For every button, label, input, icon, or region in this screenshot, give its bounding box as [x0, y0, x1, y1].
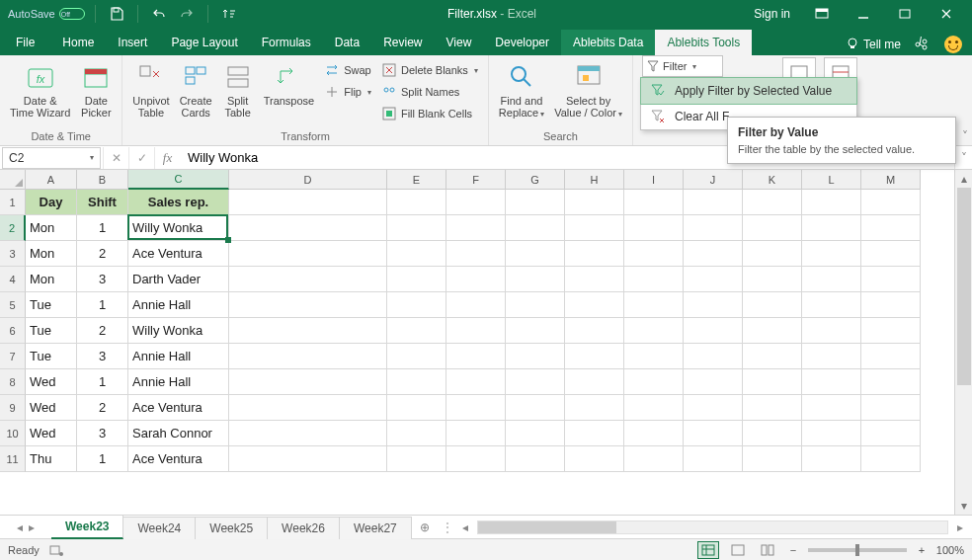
cell[interactable]: Ace Ventura [128, 395, 229, 421]
create-cards-button[interactable]: CreateCards [176, 59, 216, 120]
cell[interactable] [506, 267, 565, 292]
flip-button[interactable]: Flip▾ [320, 81, 375, 103]
cell[interactable] [802, 292, 861, 318]
cell[interactable]: 1 [77, 292, 128, 318]
cell[interactable] [387, 344, 446, 369]
cell[interactable] [446, 292, 506, 318]
cell[interactable] [387, 446, 446, 472]
cell[interactable]: Ace Ventura [128, 241, 229, 267]
cell[interactable]: Sales rep. [128, 190, 229, 215]
column-header[interactable]: J [684, 170, 743, 190]
cell[interactable]: Annie Hall [128, 369, 229, 395]
cell[interactable] [743, 369, 802, 395]
cell[interactable] [565, 318, 624, 344]
cell[interactable] [861, 215, 921, 241]
cell[interactable]: Willy Wonka [128, 215, 229, 241]
cell[interactable] [684, 421, 743, 446]
cell[interactable] [743, 215, 802, 241]
cell[interactable] [624, 318, 684, 344]
cell[interactable] [446, 395, 506, 421]
tab-formulas[interactable]: Formulas [250, 30, 323, 55]
save-icon[interactable] [106, 3, 127, 25]
cell[interactable]: 1 [77, 369, 128, 395]
cell[interactable] [624, 292, 684, 318]
cell[interactable] [229, 421, 387, 446]
zoom-slider[interactable] [808, 548, 907, 552]
cell[interactable]: Day [26, 190, 77, 215]
column-header[interactable]: M [861, 170, 921, 190]
cell[interactable] [802, 267, 861, 292]
row-header[interactable]: 8 [0, 369, 26, 395]
normal-view-icon[interactable] [697, 541, 719, 559]
cell[interactable] [565, 421, 624, 446]
cell[interactable] [446, 318, 506, 344]
date-time-wizard-button[interactable]: fx Date &Time Wizard [6, 59, 74, 120]
collapse-ribbon-icon[interactable]: ˅ [962, 129, 968, 143]
cell[interactable]: Wed [26, 369, 77, 395]
tab-view[interactable]: View [435, 30, 484, 55]
row-header[interactable]: 10 [0, 421, 26, 446]
cell[interactable] [743, 318, 802, 344]
cell[interactable] [506, 395, 565, 421]
sheet-tab[interactable]: Week26 [268, 517, 340, 539]
cell[interactable] [624, 190, 684, 215]
cell[interactable]: Tue [26, 344, 77, 369]
cell[interactable] [743, 267, 802, 292]
name-box[interactable]: C2▾ [2, 147, 101, 169]
column-header[interactable]: L [802, 170, 861, 190]
cell[interactable] [684, 395, 743, 421]
cell[interactable] [802, 421, 861, 446]
cell[interactable] [684, 215, 743, 241]
cell[interactable] [684, 241, 743, 267]
share-icon[interactable] [911, 34, 932, 55]
cell[interactable] [506, 344, 565, 369]
cell[interactable]: Annie Hall [128, 344, 229, 369]
tab-file[interactable]: File [0, 30, 50, 55]
undo-icon[interactable] [148, 3, 170, 25]
add-sheet-icon[interactable]: ⊕ [412, 520, 438, 534]
select-all-corner[interactable] [0, 170, 26, 190]
cell[interactable] [743, 395, 802, 421]
cell[interactable] [684, 267, 743, 292]
scroll-thumb[interactable] [478, 521, 616, 533]
cell[interactable] [446, 190, 506, 215]
column-header[interactable]: I [624, 170, 684, 190]
accept-formula-icon[interactable]: ✓ [128, 147, 154, 169]
cell[interactable] [565, 395, 624, 421]
row-header[interactable]: 9 [0, 395, 26, 421]
cell[interactable]: Willy Wonka [128, 318, 229, 344]
cell[interactable]: 2 [77, 395, 128, 421]
cell[interactable]: Sarah Connor [128, 421, 229, 446]
cell[interactable] [387, 395, 446, 421]
menu-apply-filter[interactable]: Apply Filter by Selected Value [640, 77, 857, 105]
cell[interactable] [506, 369, 565, 395]
cell[interactable]: Ace Ventura [128, 446, 229, 472]
scroll-left-icon[interactable]: ◂ [457, 520, 473, 535]
tab-page-layout[interactable]: Page Layout [159, 30, 249, 55]
cell[interactable] [387, 267, 446, 292]
cell[interactable] [506, 190, 565, 215]
cell[interactable] [802, 446, 861, 472]
cell[interactable] [506, 318, 565, 344]
tab-ablebits-tools[interactable]: Ablebits Tools [655, 30, 752, 55]
cell[interactable]: Tue [26, 318, 77, 344]
cell[interactable] [446, 369, 506, 395]
column-header[interactable]: G [506, 170, 565, 190]
cell[interactable] [506, 241, 565, 267]
cell[interactable]: Mon [26, 241, 77, 267]
row-header[interactable]: 5 [0, 292, 26, 318]
cell[interactable] [802, 369, 861, 395]
cell[interactable] [446, 241, 506, 267]
cell[interactable] [229, 446, 387, 472]
column-header[interactable]: A [26, 170, 77, 190]
column-header[interactable]: H [565, 170, 624, 190]
cell[interactable] [565, 446, 624, 472]
cell[interactable] [446, 215, 506, 241]
transpose-button[interactable]: Transpose [260, 59, 319, 109]
cell[interactable] [229, 241, 387, 267]
swap-button[interactable]: Swap [320, 59, 375, 81]
cell[interactable]: Mon [26, 267, 77, 292]
cell[interactable] [861, 446, 921, 472]
cell[interactable] [229, 292, 387, 318]
zoom-out-icon[interactable]: − [786, 543, 800, 557]
